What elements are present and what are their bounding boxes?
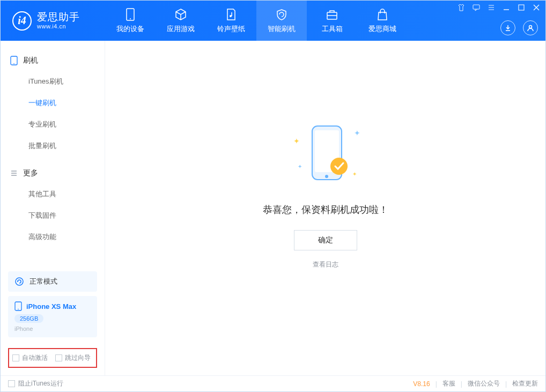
sidebar-item-pro-flash[interactable]: 专业刷机 [1,114,105,135]
logo-area: i4 爱思助手 www.i4.cn [1,11,105,31]
tab-smart-flash[interactable]: 智能刷机 [256,1,307,41]
briefcase-icon [326,8,338,21]
phone-small-icon [14,301,22,311]
tab-toolbox[interactable]: 工具箱 [307,1,357,41]
music-file-icon [225,8,238,21]
wechat-link[interactable]: 微信公众号 [468,379,500,388]
window-controls [458,4,540,13]
feedback-icon[interactable] [473,4,480,13]
nav-tabs: 我的设备 应用游戏 铃声壁纸 智能刷机 工具箱 爱思商城 [105,1,408,41]
sidebar-section-more: 更多 [1,163,105,183]
svg-point-2 [230,15,232,17]
sparkle-icon: ✦ [298,164,302,169]
device-icon [10,56,18,65]
phone-icon [124,8,137,21]
minimize-button[interactable] [503,4,510,13]
storage-badge: 256GB [14,314,43,323]
sidebar-item-itunes-flash[interactable]: iTunes刷机 [1,71,105,92]
success-message: 恭喜您，保资料刷机成功啦！ [263,203,388,216]
app-title: 爱思助手 [37,12,80,23]
view-log-link[interactable]: 查看日志 [313,260,338,269]
check-update-link[interactable]: 检查更新 [512,379,538,388]
device-mode-box[interactable]: 正常模式 [8,271,97,292]
sidebar-section-flash: 刷机 [1,50,105,71]
tab-ringtones[interactable]: 铃声壁纸 [206,1,256,41]
account-button[interactable] [523,20,538,35]
tab-store[interactable]: 爱思商城 [357,1,408,41]
checkbox-block-itunes[interactable]: 阻止iTunes运行 [8,379,63,388]
device-type-label: iPhone [14,326,91,332]
sidebar: 刷机 iTunes刷机 一键刷机 专业刷机 批量刷机 更多 其他工具 下载固件 … [1,41,105,375]
app-header: i4 爱思助手 www.i4.cn 我的设备 应用游戏 铃声壁纸 智能刷机 工具… [1,1,545,41]
sidebar-item-oneclick-flash[interactable]: 一键刷机 [1,92,105,114]
sync-icon [14,277,24,286]
flash-options-row: 自动激活 跳过向导 [8,348,97,368]
svg-point-15 [325,175,328,178]
tab-apps-games[interactable]: 应用游戏 [156,1,206,41]
sidebar-item-download-firmware[interactable]: 下载固件 [1,205,105,226]
svg-rect-5 [519,5,524,10]
list-icon [10,169,18,177]
download-button[interactable] [500,20,515,35]
support-link[interactable]: 客服 [442,379,455,388]
ok-button[interactable]: 确定 [294,230,357,250]
sparkle-icon: ✦ [293,137,300,145]
app-subtitle: www.i4.cn [37,23,80,29]
close-button[interactable] [533,4,540,13]
svg-point-9 [16,278,23,285]
svg-point-1 [130,18,131,19]
sparkle-icon: ✦ [354,129,360,137]
device-mode-label: 正常模式 [29,277,57,286]
device-info-card[interactable]: iPhone XS Max 256GB iPhone [8,296,97,337]
svg-point-16 [330,158,348,175]
maximize-button[interactable] [518,4,525,13]
checkbox-skip-guide[interactable]: 跳过向导 [55,353,91,363]
menu-icon[interactable] [488,4,495,13]
header-action-buttons [500,20,538,35]
tab-my-device[interactable]: 我的设备 [105,1,156,41]
logo-icon: i4 [12,11,32,31]
svg-point-12 [18,309,19,310]
sparkle-icon: ✦ [352,171,357,177]
success-illustration: ✦ ✦ ✦ ✦ [288,115,363,190]
refresh-shield-icon [275,8,288,21]
device-name-label: iPhone XS Max [26,302,76,310]
bag-icon [376,8,389,21]
cube-icon [174,8,187,21]
svg-point-6 [529,26,532,28]
version-label: V8.16 [413,380,430,388]
svg-point-8 [13,63,14,64]
sidebar-item-batch-flash[interactable]: 批量刷机 [1,135,105,157]
shirt-icon[interactable] [458,4,465,13]
footer-bar: 阻止iTunes运行 V8.16 | 客服 | 微信公众号 | 检查更新 [1,375,545,391]
svg-rect-4 [473,5,479,9]
checkbox-auto-activate[interactable]: 自动激活 [12,353,48,363]
svg-point-10 [17,281,18,282]
main-content: ✦ ✦ ✦ ✦ 恭喜您，保资料刷机成功啦！ 确定 查看日志 [105,41,545,375]
sidebar-item-other-tools[interactable]: 其他工具 [1,183,105,205]
sidebar-item-advanced[interactable]: 高级功能 [1,226,105,248]
